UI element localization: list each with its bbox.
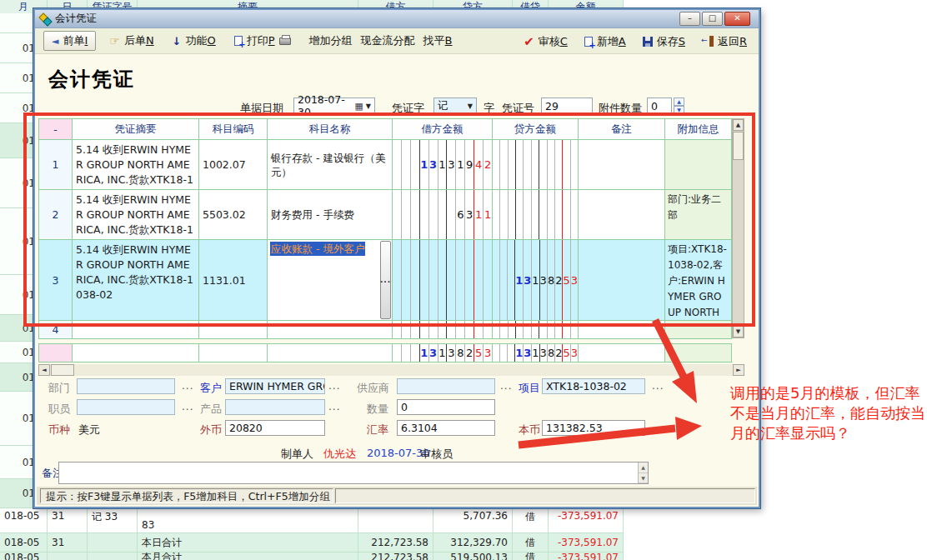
attach-spin-up-icon[interactable]: ▲ (674, 98, 684, 106)
staff-lookup-button[interactable]: ... (182, 401, 193, 412)
account-code-cell[interactable] (199, 321, 268, 339)
toolbar-button-功能[interactable]: ↓功能O (173, 33, 216, 48)
vertical-scroll-thumb[interactable] (733, 132, 744, 160)
debit-amount-cell[interactable] (393, 240, 493, 321)
customer-lookup-button[interactable]: ... (328, 380, 340, 392)
toolbar-button-找平[interactable]: 找平B (423, 33, 453, 48)
row-number-cell[interactable]: 4 (39, 321, 73, 339)
credit-amount-cell[interactable]: 13138253 (493, 240, 579, 321)
calendar-icon[interactable]: ▦ (354, 101, 363, 112)
remark-spin-up-icon[interactable]: ▲ (639, 462, 648, 473)
credit-amount-cell[interactable] (493, 140, 579, 190)
doc-date-input[interactable]: 2018-07-30 ▦ ▼ (293, 98, 375, 114)
account-code-cell[interactable]: 1131.01 (199, 240, 268, 321)
grid-vertical-scrollbar[interactable]: ▲ ▼ (732, 118, 744, 338)
project-lookup-button[interactable]: ... (652, 380, 664, 392)
customer-field[interactable]: ERWIN HYMER GRO (225, 378, 325, 394)
attach-count-input[interactable]: 0 (647, 98, 672, 114)
scroll-left-icon[interactable]: ◄ (38, 364, 50, 376)
toolbar-button-增加分组[interactable]: 增加分组 (309, 33, 353, 48)
supplier-field[interactable] (397, 378, 495, 394)
toolbar-button-返回[interactable]: 返回R (702, 34, 747, 49)
account-code-cell[interactable] (199, 344, 268, 362)
extra-info-cell[interactable] (665, 321, 732, 339)
note-cell[interactable] (579, 344, 665, 362)
extra-info-cell[interactable]: 部门:业务二部 (665, 190, 732, 240)
project-field[interactable]: XTK18-1038-02 (542, 378, 645, 394)
digit-cell (411, 190, 420, 239)
remark-textarea[interactable]: ▲ ▼ (58, 462, 649, 484)
summary-cell[interactable]: 5.14 收到ERWIN HYMER GROUP NORTH AMERICA, … (73, 140, 199, 190)
staff-field[interactable] (77, 399, 175, 415)
debit-amount-cell[interactable]: 13131942 (393, 140, 493, 190)
extra-info-cell[interactable]: 项目:XTK18-1038-02,客户:ERWIN HYMER GROUP NO… (665, 240, 732, 321)
product-lookup-button[interactable]: ... (328, 401, 340, 412)
digit-cell: 3 (465, 190, 474, 239)
summary-cell[interactable] (73, 321, 199, 339)
voucher-no-input[interactable]: 29 (541, 98, 593, 114)
dept-lookup-button[interactable]: ... (182, 380, 193, 392)
close-button[interactable]: ✕ (724, 12, 750, 26)
supplier-lookup-button[interactable]: ... (500, 380, 512, 392)
dept-field[interactable] (77, 378, 175, 394)
credit-amount-cell[interactable]: 13138253 (493, 344, 579, 362)
toolbar-button-保存[interactable]: 保存S (643, 34, 685, 49)
dialog-title: 会计凭证 (55, 12, 97, 26)
extra-info-cell[interactable] (665, 344, 732, 362)
account-name-cell[interactable]: 银行存款 - 建设银行（美元） (268, 140, 393, 190)
foreign-amount-field[interactable]: 20820 (225, 420, 325, 436)
voucher-word-select[interactable]: 记 ▼ (433, 98, 477, 114)
scroll-up-icon[interactable]: ▲ (733, 119, 744, 131)
toolbar-button-后单[interactable]: ☞后单N (109, 33, 153, 48)
note-cell[interactable] (579, 190, 665, 240)
summary-cell[interactable]: 5.14 收到ERWIN HYMER GROUP NORTH AMERICA, … (73, 240, 199, 321)
debit-amount-cell[interactable] (393, 321, 493, 339)
account-name-cell[interactable] (268, 344, 393, 362)
digit-cell: 1 (438, 140, 448, 189)
debit-amount-cell[interactable]: 13138253 (393, 344, 493, 362)
account-lookup-button[interactable]: ... (380, 241, 391, 319)
extra-info-cell[interactable] (665, 140, 732, 190)
remark-spin-down-icon[interactable]: ▼ (639, 473, 648, 484)
product-field[interactable] (225, 399, 325, 415)
debit-amount-cell[interactable]: 6311 (393, 190, 493, 240)
toolbar-button-审核[interactable]: ✔审核C (524, 34, 568, 49)
credit-amount-cell[interactable] (493, 190, 579, 240)
row-number-cell[interactable]: 2 (39, 190, 73, 240)
dialog-titlebar[interactable]: 会计凭证 – □ ✕ (35, 10, 759, 28)
note-cell[interactable] (579, 140, 665, 190)
minimize-button[interactable]: – (679, 12, 700, 26)
scroll-down-icon[interactable]: ▼ (733, 326, 744, 338)
account-name-cell[interactable]: 财务费用 - 手续费 (268, 190, 393, 240)
maximize-button[interactable]: □ (702, 12, 723, 26)
row-number-cell[interactable]: 3 (39, 240, 73, 321)
voucher-word-label: 凭证字 (392, 101, 424, 116)
toolbar-button-新增[interactable]: 新增A (584, 34, 626, 49)
attach-spin-down-icon[interactable]: ▼ (674, 106, 684, 114)
row-number-cell[interactable]: 1 (39, 140, 73, 190)
account-name-cell[interactable]: 应收账款 - 境外客户... (268, 240, 393, 321)
account-code-cell[interactable]: 1002.07 (199, 140, 268, 190)
credit-amount-cell[interactable] (493, 321, 579, 339)
toolbar-button-前单[interactable]: ◄前单I (43, 31, 96, 51)
note-cell[interactable] (579, 321, 665, 339)
local-amount-field[interactable]: 131382.53 (542, 420, 645, 436)
row-number-cell[interactable] (39, 344, 73, 362)
horizontal-scroll-thumb[interactable] (51, 364, 74, 376)
account-code-cell[interactable]: 5503.02 (199, 190, 268, 240)
scroll-right-icon[interactable]: ► (733, 364, 744, 376)
grid-column-header: 备注 (579, 119, 665, 140)
summary-cell[interactable] (73, 344, 199, 362)
date-caret-icon[interactable]: ▼ (366, 102, 371, 110)
exchange-rate-field[interactable]: 6.3104 (397, 420, 495, 436)
account-name-cell[interactable] (268, 321, 393, 339)
qty-field[interactable]: 0 (397, 399, 495, 415)
toolbar-button-打印[interactable]: 打印P (234, 33, 291, 48)
digit-cell: 9 (465, 140, 474, 189)
annotation-text: 调用的是5月的模板，但汇率不是当月的汇率，能自动按当月的汇率显示吗？ (730, 383, 927, 443)
note-cell[interactable] (579, 240, 665, 321)
summary-cell[interactable]: 5.14 收到ERWIN HYMER GROUP NORTH AMERICA, … (73, 190, 199, 240)
toolbar-button-现金流分配[interactable]: 现金流分配 (361, 33, 415, 48)
grid-horizontal-scrollbar[interactable]: ◄ ► (38, 364, 744, 376)
digit-cell (484, 321, 492, 338)
